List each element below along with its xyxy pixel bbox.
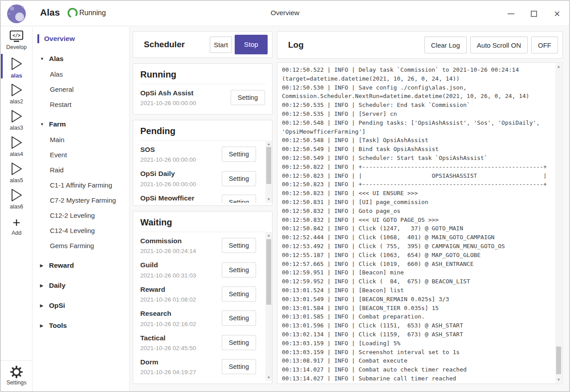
rail-item-label: alas <box>11 72 22 79</box>
status-text: Running <box>79 9 106 17</box>
window-controls: × <box>505 1 563 26</box>
nav-item-c7-2-mystery-farming[interactable]: C7-2 Mystery Farming <box>33 192 129 208</box>
rail-item-alas6[interactable]: alas6 <box>1 184 32 211</box>
task-name: OpSi Daily <box>140 169 196 178</box>
task-setting-button[interactable]: Setting <box>231 90 265 105</box>
log-line: 00:12:52.444 | INFO | Click (1068, 401) … <box>282 233 553 242</box>
nav-label: C12-4 Leveling <box>50 227 95 234</box>
scroll-down-icon[interactable]: ▼ <box>265 197 272 201</box>
log-line: 00:12:50.530 | INFO | Save config ./conf… <box>282 83 553 101</box>
scroll-down-icon[interactable]: ▼ <box>265 376 272 380</box>
nav-item-gems-farming[interactable]: Gems Farming <box>33 238 129 253</box>
nav-group-reward[interactable]: ▶ Reward <box>33 258 129 273</box>
minimize-icon <box>508 13 514 14</box>
rail-item-add[interactable]: + Add <box>1 213 32 240</box>
task-next-run: 2021-10-26 02:16:02 <box>140 321 196 327</box>
running-heading: Running <box>133 64 272 84</box>
chevron-down-icon: ▼ <box>40 57 47 61</box>
nav-group-opsi[interactable]: ▶ OpSi <box>33 298 129 313</box>
scroll-up-icon[interactable]: ▲ <box>265 142 272 146</box>
close-icon: × <box>554 9 560 18</box>
rail-item-alas3[interactable]: alas3 <box>1 106 32 132</box>
task-row: OpSi Daily 2021-10-26 00:00:00 Setting <box>140 166 256 190</box>
scrollbar[interactable]: ▲ ▼ <box>265 232 272 381</box>
nav-item-event[interactable]: Event <box>33 147 129 162</box>
instance-rail: </> Develop alas alas2 alas3 <box>1 27 33 391</box>
waiting-heading: Waiting <box>133 212 272 232</box>
nav-group-daily[interactable]: ▶ Daily <box>33 278 129 293</box>
nav-item-general[interactable]: General <box>33 82 129 97</box>
minimize-button[interactable] <box>505 8 517 20</box>
task-setting-button[interactable]: Setting <box>222 335 256 350</box>
task-name: Reward <box>140 285 196 294</box>
task-setting-button[interactable]: Setting <box>222 310 256 326</box>
rail-item-alas5[interactable]: alas5 <box>1 158 32 184</box>
nav-item-c1-1-affinity-farming[interactable]: C1-1 Affinity Farming <box>33 177 129 192</box>
rail-item-settings[interactable]: Settings <box>1 360 32 391</box>
chevron-right-icon: ▶ <box>40 283 47 288</box>
rail-item-develop[interactable]: </> Develop <box>1 27 32 53</box>
running-card: Running OpSi Ash Assist 2021-10-26 00:00… <box>133 63 273 114</box>
nav-item-overview[interactable]: Overview <box>33 31 129 46</box>
maximize-button[interactable] <box>528 8 540 20</box>
task-setting-button[interactable]: Setting <box>222 171 256 186</box>
active-indicator <box>1 54 3 78</box>
gear-icon <box>10 366 23 378</box>
task-name: Commission <box>140 237 196 245</box>
nav-item-raid[interactable]: Raid <box>33 162 129 177</box>
scheduler-card: Scheduler Start Stop <box>133 31 273 58</box>
scrollbar-thumb[interactable] <box>556 347 561 374</box>
rail-item-label: alas5 <box>10 177 23 184</box>
rail-item-alas[interactable]: alas <box>1 53 32 79</box>
scrollbar-thumb[interactable] <box>266 239 271 305</box>
svg-text:</>: </> <box>12 33 20 38</box>
task-setting-button[interactable]: Setting <box>222 147 256 162</box>
main-content: Scheduler Start Stop Running OpSi Ash As… <box>130 27 569 391</box>
play-icon <box>10 57 23 71</box>
log-line: 00:13:14.027 | INFO | Submarine call tim… <box>282 374 553 381</box>
log-line: 00:12:59.951 | INFO | [Beacon] mine <box>282 268 553 277</box>
nav-label: OpSi <box>49 302 65 310</box>
chevron-right-icon: ▶ <box>40 303 47 308</box>
chevron-down-icon: ▼ <box>40 122 47 127</box>
log-line: 00:13:01.584 | INFO | [BEACON_TIER 0.035… <box>282 304 553 313</box>
task-setting-button[interactable]: Setting <box>222 262 256 278</box>
log-scrollbar[interactable]: ▲ ▼ <box>555 63 562 383</box>
rail-item-label: alas3 <box>10 125 23 131</box>
nav-label: Overview <box>44 35 75 43</box>
task-name: Research <box>140 309 196 318</box>
nav-item-c12-2-leveling[interactable]: C12-2 Leveling <box>33 208 129 223</box>
scroll-up-icon[interactable]: ▲ <box>265 233 272 237</box>
task-row: Reward 2021-10-26 01:08:02 Setting <box>140 282 256 306</box>
auto-scroll-off-button[interactable]: OFF <box>531 37 558 53</box>
rail-item-alas4[interactable]: alas4 <box>1 132 32 158</box>
rail-item-alas2[interactable]: alas2 <box>1 79 32 106</box>
scroll-up-icon[interactable]: ▲ <box>555 65 562 69</box>
clear-log-button[interactable]: Clear Log <box>424 37 467 53</box>
task-setting-button[interactable]: Setting <box>222 195 256 203</box>
auto-scroll-on-button[interactable]: Auto Scroll ON <box>470 37 528 53</box>
nav-group-tools[interactable]: ▶ Tools <box>33 318 129 333</box>
scrollbar[interactable]: ▲ ▼ <box>265 141 272 203</box>
scroll-down-icon[interactable]: ▼ <box>555 378 562 382</box>
task-next-run: 2021-10-26 02:45:50 <box>140 345 196 351</box>
nav-label: Restart <box>50 101 71 108</box>
nav-item-c12-4-leveling[interactable]: C12-4 Leveling <box>33 223 129 238</box>
log-line: 00:12:55.187 | INFO | Click (1063, 654) … <box>282 251 553 260</box>
stop-button[interactable]: Stop <box>235 35 268 54</box>
task-setting-button[interactable]: Setting <box>222 359 256 374</box>
nav-item-main[interactable]: Main <box>33 132 129 147</box>
nav-item-restart[interactable]: Restart <box>33 97 129 112</box>
nav-item-alas[interactable]: Alas <box>33 66 129 82</box>
nav-menu: Overview ▼ Alas Alas General Restart ▼ F… <box>33 27 130 391</box>
log-line: 00:13:01.524 | INFO | [Beacon] list <box>282 286 553 295</box>
task-setting-button[interactable]: Setting <box>222 286 256 302</box>
log-line: 00:12:50.522 | INFO | Delay task `Commis… <box>282 65 553 83</box>
start-button[interactable]: Start <box>210 37 232 53</box>
scrollbar-thumb[interactable] <box>266 147 271 184</box>
close-button[interactable]: × <box>551 8 563 20</box>
task-setting-button[interactable]: Setting <box>222 238 256 253</box>
develop-icon: </> <box>9 30 24 43</box>
nav-group-alas[interactable]: ▼ Alas <box>33 51 129 66</box>
nav-group-farm[interactable]: ▼ Farm <box>33 117 129 132</box>
